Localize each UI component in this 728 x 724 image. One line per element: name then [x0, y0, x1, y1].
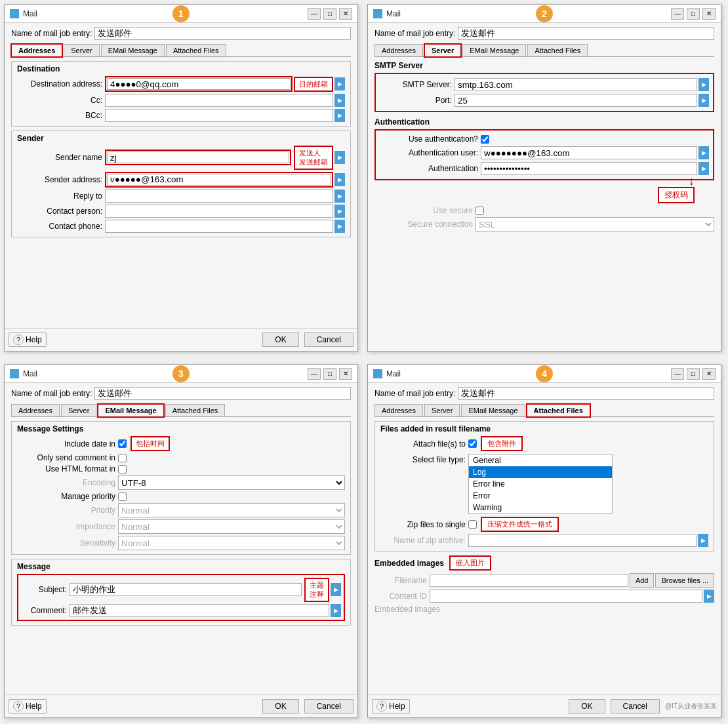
maximize-btn-3[interactable]: □ — [323, 368, 336, 380]
auth-pass-arrow[interactable]: ▶ — [698, 162, 709, 175]
sender-name-input[interactable] — [107, 151, 289, 163]
contact-input[interactable] — [105, 205, 333, 218]
manage-priority-cb[interactable] — [118, 493, 127, 501]
auth-user-arrow[interactable]: ▶ — [698, 146, 709, 159]
file-type-error[interactable]: Error — [469, 490, 612, 502]
maximize-btn-2[interactable]: □ — [687, 8, 700, 20]
attach-cb[interactable] — [468, 439, 477, 448]
dest-arrow-btn[interactable]: ▶ — [334, 77, 345, 90]
only-send-cb[interactable] — [118, 454, 127, 462]
tab-addresses-4[interactable]: Addresses — [374, 404, 423, 416]
importance-select[interactable]: Normal — [118, 519, 345, 534]
tab-email-4[interactable]: EMail Message — [461, 404, 525, 416]
use-html-cb[interactable] — [118, 465, 127, 473]
ok-btn-4[interactable]: OK — [569, 699, 605, 714]
contentid-input[interactable] — [430, 590, 702, 603]
cancel-btn-3[interactable]: Cancel — [304, 699, 354, 714]
bcc-input[interactable] — [105, 109, 333, 122]
help-btn-1[interactable]: ? Help — [9, 332, 47, 347]
use-secure-checkbox[interactable] — [475, 207, 484, 215]
browse-btn[interactable]: Browse files ... — [655, 573, 714, 588]
tab-server-3[interactable]: Server — [61, 404, 96, 416]
help-btn-3[interactable]: ? Help — [9, 699, 47, 714]
tab-server-1[interactable]: Server — [64, 44, 99, 56]
include-date-cb[interactable] — [118, 439, 127, 448]
tab-email-3[interactable]: EMail Message — [98, 404, 163, 417]
close-btn-2[interactable]: ✕ — [702, 8, 716, 20]
reply-input[interactable] — [105, 190, 333, 203]
ok-btn-3[interactable]: OK — [262, 699, 298, 714]
file-type-general[interactable]: General — [469, 454, 612, 466]
bcc-arrow-btn[interactable]: ▶ — [334, 109, 345, 122]
auth-user-input[interactable] — [481, 146, 697, 159]
tab-server-2[interactable]: Server — [424, 44, 461, 57]
cc-input[interactable] — [105, 94, 333, 107]
tab-attached-3[interactable]: Attached Files — [165, 404, 226, 416]
tab-addresses-3[interactable]: Addresses — [11, 404, 60, 416]
tab-addresses-2[interactable]: Addresses — [374, 44, 423, 56]
name-input-2[interactable] — [458, 27, 714, 40]
zip-archive-arrow[interactable]: ▶ — [698, 534, 708, 547]
priority-select[interactable]: Normal — [118, 503, 345, 517]
secure-conn-select[interactable]: SSL — [475, 217, 714, 231]
maximize-btn-4[interactable]: □ — [687, 368, 700, 380]
dest-input[interactable] — [107, 78, 291, 90]
tab-email-2[interactable]: EMail Message — [462, 44, 526, 56]
cc-arrow-btn[interactable]: ▶ — [334, 94, 345, 107]
smtp-server-input[interactable] — [455, 78, 697, 91]
watermark: @IT从业者张某某 — [665, 702, 717, 711]
smtp-server-arrow[interactable]: ▶ — [698, 78, 709, 91]
use-auth-checkbox[interactable] — [481, 135, 489, 144]
tab-email-1[interactable]: EMail Message — [101, 44, 165, 56]
add-btn[interactable]: Add — [630, 573, 655, 588]
subject-arrow[interactable]: ▶ — [331, 583, 341, 596]
smtp-port-arrow[interactable]: ▶ — [698, 94, 709, 107]
sensitivity-select[interactable]: Normal — [118, 536, 345, 550]
name-input-3[interactable] — [94, 387, 351, 400]
phone-input[interactable] — [105, 220, 333, 233]
name-input-4[interactable] — [458, 387, 714, 400]
ok-btn-1[interactable]: OK — [262, 332, 298, 347]
zip-archive-input[interactable] — [468, 534, 697, 547]
name-input-1[interactable] — [94, 27, 351, 40]
sender-addr-input[interactable] — [107, 174, 331, 186]
sender-addr-arrow[interactable]: ▶ — [334, 173, 345, 186]
maximize-btn-1[interactable]: □ — [323, 8, 336, 20]
close-btn-4[interactable]: ✕ — [702, 368, 716, 380]
file-type-log[interactable]: Log — [469, 466, 612, 478]
contentid-label: Content ID — [374, 592, 427, 601]
tab-server-4[interactable]: Server — [424, 404, 460, 416]
filename-input[interactable] — [430, 574, 628, 587]
auth-pass-input[interactable] — [481, 162, 697, 175]
encoding-select[interactable]: UTF-8 — [118, 475, 345, 490]
smtp-port-input[interactable] — [455, 94, 697, 107]
close-btn-1[interactable]: ✕ — [339, 8, 352, 20]
help-btn-4[interactable]: ? Help — [372, 699, 410, 714]
comment-arrow[interactable]: ▶ — [331, 604, 341, 617]
file-type-warning[interactable]: Warning — [469, 502, 612, 513]
cancel-btn-4[interactable]: Cancel — [611, 699, 660, 714]
zip-label: Zip files to single — [380, 520, 466, 529]
comment-input[interactable] — [70, 604, 329, 617]
zip-cb[interactable] — [468, 520, 477, 529]
reply-arrow[interactable]: ▶ — [334, 190, 345, 203]
contentid-arrow[interactable]: ▶ — [704, 590, 714, 603]
minimize-btn-3[interactable]: — — [308, 368, 321, 380]
tab-attached-4[interactable]: Attached Files — [527, 404, 590, 417]
close-btn-3[interactable]: ✕ — [339, 368, 352, 380]
contact-label: Contact person: — [17, 207, 102, 216]
contact-arrow[interactable]: ▶ — [334, 205, 345, 218]
sender-name-arrow[interactable]: ▶ — [334, 151, 345, 164]
tab-attached-1[interactable]: Attached Files — [166, 44, 226, 56]
minimize-btn-1[interactable]: — — [308, 8, 321, 20]
cancel-btn-1[interactable]: Cancel — [304, 332, 354, 347]
window-body-4: Name of mail job entry: Addresses Server… — [368, 383, 721, 694]
minimize-btn-4[interactable]: — — [671, 368, 684, 380]
phone-arrow[interactable]: ▶ — [334, 220, 345, 233]
tabs-1: Addresses Server EMail Message Attached … — [11, 44, 351, 57]
subject-input[interactable] — [70, 583, 302, 596]
minimize-btn-2[interactable]: — — [671, 8, 684, 20]
tab-addresses-1[interactable]: Addresses — [11, 44, 62, 57]
file-type-error-line[interactable]: Error line — [469, 478, 612, 490]
tab-attached-2[interactable]: Attached Files — [527, 44, 588, 56]
